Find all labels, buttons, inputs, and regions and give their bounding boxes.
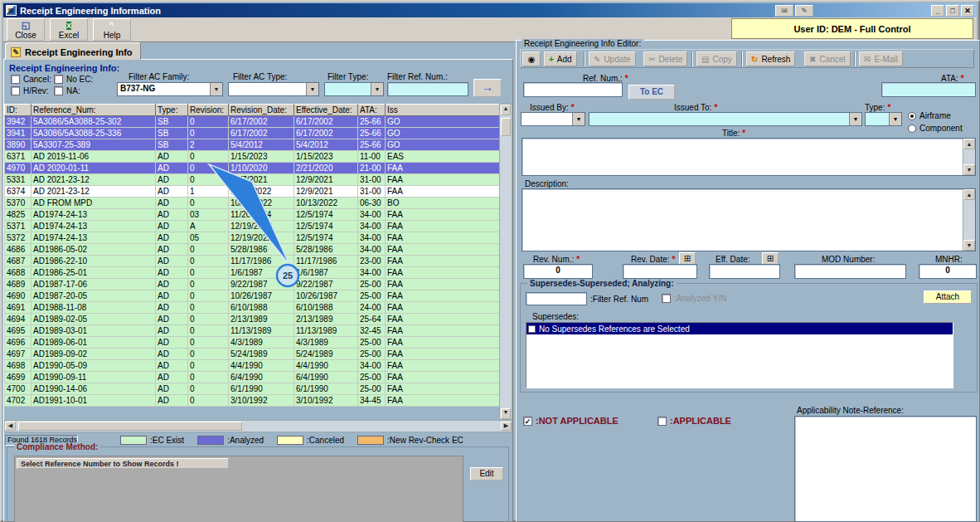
eff-date-calendar-button[interactable]: ⊞ — [762, 252, 779, 265]
grid-cell[interactable]: AD1986-22-10 — [32, 256, 156, 267]
grid-cell[interactable]: FAA — [386, 395, 500, 407]
table-row[interactable]: 4697AD1989-09-02AD05/24/19895/24/198925-… — [5, 349, 500, 360]
close-button[interactable]: ◱ Close — [7, 18, 45, 41]
table-row[interactable]: 4691AD1988-11-08AD06/10/19886/10/198824-… — [5, 302, 500, 314]
grid-cell[interactable]: 11/20/1974 — [229, 209, 294, 221]
grid-cell[interactable]: 0 — [188, 116, 229, 128]
table-row[interactable]: 4702AD1991-10-01AD03/10/19923/10/199234-… — [5, 395, 500, 407]
title-textarea[interactable]: ▲ ▼ — [522, 138, 976, 176]
cancel-checkbox[interactable] — [11, 75, 20, 84]
grid-cell[interactable]: 34-00 — [358, 267, 386, 279]
grid-cell[interactable]: 10/26/1987 — [294, 290, 358, 302]
grid-cell[interactable]: 4/4/1990 — [229, 360, 294, 372]
grid-cell[interactable]: 0 — [188, 302, 229, 314]
table-row[interactable]: 6371AD 2019-11-06AD01/15/20231/15/202311… — [5, 151, 500, 163]
grid-cell[interactable]: AD 2020-01-11 — [32, 163, 156, 174]
description-scrollbar[interactable]: ▲ ▼ — [963, 189, 975, 251]
grid-cell[interactable]: SB — [156, 116, 188, 128]
grid-cell[interactable]: 0 — [188, 372, 229, 383]
grid-cell[interactable]: 6/1/1990 — [229, 383, 294, 395]
grid-cell[interactable]: 11/17/1986 — [229, 256, 294, 267]
grid-cell[interactable]: 11-00 — [358, 151, 386, 163]
rev-num-input[interactable]: 0 — [523, 264, 593, 279]
maximize-button[interactable]: □ — [946, 5, 959, 17]
grid-cell[interactable]: AD1986-25-01 — [32, 267, 156, 279]
grid-cell[interactable]: 5371 — [5, 221, 32, 232]
grid-cell[interactable]: 6/4/1990 — [294, 372, 358, 383]
grid-cell[interactable]: 24-00 — [358, 302, 386, 314]
grid-cell[interactable]: 31-00 — [358, 186, 386, 198]
grid-cell[interactable]: 25-00 — [358, 290, 386, 302]
grid-cell[interactable]: 4686 — [5, 244, 32, 256]
grid-cell[interactable]: SB — [156, 128, 188, 139]
chevron-down-icon[interactable]: ▼ — [572, 113, 585, 125]
rev-date-input[interactable] — [623, 264, 697, 279]
grid-cell[interactable]: AD — [156, 198, 188, 209]
rev-date-calendar-button[interactable]: ⊞ — [679, 252, 696, 265]
grid-cell[interactable]: 6/17/2002 — [229, 128, 294, 139]
grid-cell[interactable]: FAA — [386, 349, 500, 360]
column-header[interactable]: Iss — [386, 105, 500, 116]
grid-cell[interactable]: AD — [156, 221, 188, 232]
grid-cell[interactable]: AD — [156, 267, 188, 279]
issued-to-select[interactable]: ▼ — [589, 112, 862, 126]
grid-cell[interactable]: 12/5/1974 — [294, 221, 358, 232]
grid-cell[interactable]: AD1988-11-08 — [32, 302, 156, 314]
grid-cell[interactable]: 5A3307-25-389 — [32, 139, 156, 151]
grid-cell[interactable]: GO — [386, 116, 500, 128]
applicable-checkbox-row[interactable]: :APPLICABLE — [657, 416, 731, 426]
grid-cell[interactable]: 5A3086/5A3088-25-302 — [32, 116, 156, 128]
grid-cell[interactable]: 4691 — [5, 302, 32, 314]
grid-cell[interactable]: FAA — [386, 221, 500, 232]
table-row[interactable]: 5372AD1974-24-13AD0512/19/202212/5/19743… — [5, 232, 500, 244]
grid-cell[interactable]: 5/4/2012 — [294, 139, 358, 151]
grid-cell[interactable]: 11/13/1989 — [294, 325, 358, 337]
grid-cell[interactable]: 5370 — [5, 198, 32, 209]
grid-cell[interactable]: 1/15/2023 — [294, 151, 358, 163]
grid-cell[interactable]: AD — [156, 325, 188, 337]
grid-cell[interactable]: 05 — [188, 232, 229, 244]
grid-cell[interactable]: 12/11/2022 — [229, 186, 294, 198]
grid-cell[interactable]: 4825 — [5, 209, 32, 221]
grid-cell[interactable]: BO — [386, 198, 500, 209]
analyzed-yn-checkbox-row[interactable]: :Analyzed Y/N — [662, 294, 726, 303]
grid-cell[interactable]: 4/4/1990 — [294, 360, 358, 372]
no-ec-checkbox[interactable] — [54, 75, 63, 84]
table-row[interactable]: 6374AD 2021-23-12AD112/11/202212/9/20213… — [5, 186, 500, 198]
na-checkbox[interactable] — [54, 86, 63, 95]
delete-button[interactable]: ✂ Delete — [643, 51, 687, 66]
vertical-scroll-thumb[interactable] — [501, 118, 511, 136]
help-button[interactable]: ? Help — [93, 18, 131, 41]
column-header[interactable]: Reference_Num: — [32, 105, 156, 116]
column-header[interactable]: Revision_Date: — [229, 105, 294, 116]
horizontal-scroll-thumb[interactable] — [18, 422, 242, 431]
grid-cell[interactable]: 10/26/1987 — [229, 290, 294, 302]
list-item-checkbox[interactable] — [528, 325, 536, 333]
table-row[interactable]: 39425A3086/5A3088-25-302SB06/17/20026/17… — [5, 116, 500, 128]
grid-cell[interactable]: 0 — [188, 325, 229, 337]
grid-cell[interactable]: 12/5/1974 — [294, 232, 358, 244]
grid-cell[interactable]: 5/28/1986 — [229, 244, 294, 256]
grid-cell[interactable]: 4702 — [5, 395, 32, 407]
grid-cell[interactable]: FAA — [386, 314, 500, 325]
chevron-down-icon[interactable]: ▼ — [889, 113, 901, 125]
grid-cell[interactable]: 2/13/1989 — [294, 314, 358, 325]
grid-cell[interactable]: 4687 — [5, 256, 32, 267]
grid-cell[interactable]: FAA — [386, 209, 500, 221]
table-row[interactable]: 4687AD1986-22-10AD011/17/198611/17/19862… — [5, 256, 500, 267]
grid-cell[interactable]: 25-00 — [358, 372, 386, 383]
grid-cell[interactable]: FAA — [386, 232, 500, 244]
grid-cell[interactable]: 0 — [188, 279, 229, 290]
column-header[interactable]: Revision: — [188, 105, 229, 116]
table-row[interactable]: 4690AD1987-20-05AD010/26/198710/26/19872… — [5, 290, 500, 302]
not-applicable-checkbox-row[interactable]: ✓ :NOT APPLICABLE — [523, 416, 619, 426]
grid-cell[interactable]: FAA — [386, 290, 500, 302]
grid-cell[interactable]: 0 — [188, 174, 229, 186]
grid-cell[interactable]: 0 — [188, 337, 229, 349]
grid-cell[interactable]: 2/13/1989 — [229, 314, 294, 325]
ata-input[interactable] — [881, 82, 976, 97]
grid-cell[interactable]: 25-00 — [358, 349, 386, 360]
table-row[interactable]: 4689AD1987-17-06AD09/22/19879/22/198725-… — [5, 279, 500, 290]
grid-cell[interactable]: 3942 — [5, 116, 32, 128]
component-radio[interactable]: Component — [908, 124, 963, 133]
